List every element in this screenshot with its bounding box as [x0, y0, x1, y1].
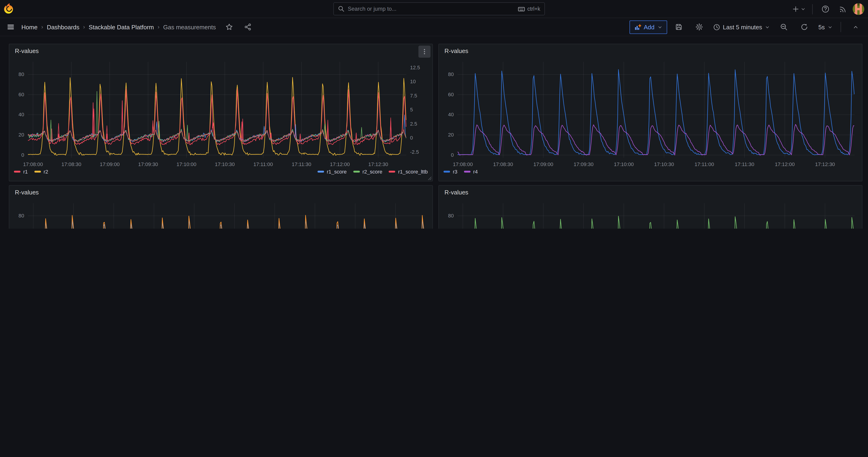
legend-item[interactable]: r4 [464, 169, 478, 175]
x-axis-tick-label: 17:09:00 [100, 161, 120, 167]
legend-item[interactable]: r1_score_lttb [389, 169, 428, 175]
panel-title[interactable]: R-values [9, 44, 432, 57]
kebab-menu-icon [421, 49, 428, 55]
x-axis-tick-label: 17:10:00 [614, 161, 634, 167]
dashboard-grid: R-values 020406080-2.502.557.51012.517:0… [0, 36, 868, 228]
y-axis-tick-label: 60 [448, 92, 454, 97]
user-avatar[interactable] [852, 3, 864, 15]
grafana-flame-icon [3, 3, 16, 15]
series-r1_score_lttb [28, 106, 406, 142]
time-range-picker[interactable]: Last 5 minutes [711, 21, 772, 33]
refresh-icon [801, 23, 808, 31]
keyboard-shortcut: ctrl+k [518, 5, 540, 12]
menu-toggle-button[interactable] [4, 21, 18, 33]
series-r6 [28, 215, 425, 228]
panel-title[interactable]: R-values [9, 186, 432, 199]
y-axis-tick-label: 0 [21, 152, 24, 158]
timeseries-chart[interactable]: 02040608017:08:0017:08:3017:09:0017:09:3… [439, 44, 861, 180]
x-axis-tick-label: 17:09:00 [533, 161, 553, 167]
x-axis-tick-label: 17:11:00 [253, 161, 273, 167]
top-navigation-bar: Search or jump to... ctrl+k [0, 0, 868, 18]
legend-item[interactable]: r2 [34, 169, 48, 175]
y-axis-tick-label: 20 [19, 132, 24, 138]
refresh-interval-label: 5s [818, 24, 825, 30]
legend-label: r1_score_lttb [398, 169, 428, 175]
breadcrumb-separator: › [158, 24, 159, 30]
legend-item[interactable]: r1 [14, 169, 28, 175]
legend-label: r1 [23, 169, 28, 175]
right-y-axis-tick-label: 0 [410, 135, 413, 141]
add-button[interactable]: Add [629, 20, 667, 34]
refresh-button[interactable] [796, 21, 813, 33]
grafana-logo[interactable] [0, 0, 19, 18]
legend-swatch [14, 171, 21, 173]
x-axis-tick-label: 17:12:30 [815, 161, 835, 167]
legend: r3r4 [443, 169, 857, 175]
share-button[interactable] [239, 21, 257, 33]
x-axis-tick-label: 17:11:00 [694, 161, 714, 167]
zoom-out-button[interactable] [775, 21, 793, 33]
x-axis-tick-label: 17:10:30 [654, 161, 674, 167]
gear-icon [695, 23, 703, 31]
divider [841, 22, 841, 32]
help-button[interactable] [817, 3, 833, 16]
legend-swatch [34, 171, 41, 173]
refresh-interval-picker[interactable]: 5s [816, 21, 835, 33]
y-axis-tick-label: 60 [19, 92, 24, 97]
right-y-axis-tick-label: -2.5 [410, 149, 419, 155]
dashboard-settings-button[interactable] [690, 21, 708, 33]
y-axis-tick-label: 80 [448, 71, 454, 77]
breadcrumb: Home›Dashboards›Stackable Data Platform›… [21, 24, 216, 30]
favorite-button[interactable] [221, 21, 238, 33]
x-axis-tick-label: 17:09:30 [138, 161, 158, 167]
breadcrumb-item: Gas measurements [163, 24, 216, 30]
keyboard-icon [518, 5, 525, 12]
x-axis-tick-label: 17:09:30 [574, 161, 594, 167]
y-axis-tick-label: 20 [448, 132, 454, 138]
chevron-down-icon [801, 6, 806, 12]
x-axis-tick-label: 17:08:30 [493, 161, 513, 167]
right-y-axis-tick-label: 10 [410, 79, 415, 84]
add-panel-icon [634, 24, 641, 30]
panel-title[interactable]: R-values [439, 44, 862, 57]
time-range-label: Last 5 minutes [723, 24, 762, 30]
panel-resize-handle[interactable] [428, 176, 431, 180]
zoom-out-icon [780, 23, 788, 31]
panel-r-values-4: R-values 02040608017:08:0017:08:3017:09:… [438, 185, 862, 228]
timeseries-chart[interactable]: 020406080-2.502.557.51012.517:08:0017:08… [9, 44, 431, 180]
dashboard-toolbar: Home›Dashboards›Stackable Data Platform›… [0, 18, 868, 36]
legend-label: r1_score [327, 169, 347, 175]
legend-item[interactable]: r2_score [353, 169, 382, 175]
panel-menu-button[interactable] [418, 45, 431, 58]
search-placeholder: Search or jump to... [348, 6, 515, 12]
breadcrumb-item[interactable]: Home [21, 24, 37, 30]
panel-title[interactable]: R-values [439, 186, 862, 199]
x-axis-tick-label: 17:11:30 [735, 161, 754, 167]
x-axis-tick-label: 17:12:30 [368, 161, 388, 167]
share-icon [244, 23, 252, 31]
collapse-toolbar-button[interactable] [847, 21, 864, 33]
legend-item[interactable]: r3 [443, 169, 458, 175]
y-axis-tick-label: 80 [448, 213, 454, 219]
y-axis-tick-label: 40 [19, 112, 24, 117]
save-dashboard-button[interactable] [670, 21, 687, 33]
breadcrumb-item[interactable]: Stackable Data Platform [89, 24, 154, 30]
legend-label: r2 [44, 169, 48, 175]
legend-label: r3 [453, 169, 458, 175]
breadcrumb-item[interactable]: Dashboards [47, 24, 79, 30]
right-y-axis-tick-label: 12.5 [410, 65, 420, 70]
legend-swatch [317, 171, 324, 173]
series-r3 [458, 69, 854, 155]
topbar-actions [790, 0, 864, 18]
legend-item[interactable]: r1_score [317, 169, 347, 175]
new-button[interactable] [790, 3, 808, 16]
panel-r-values-1: R-values 020406080-2.502.557.51012.517:0… [9, 44, 433, 181]
search-input[interactable]: Search or jump to... ctrl+k [333, 2, 545, 16]
grafana-app: Search or jump to... ctrl+k [0, 0, 868, 228]
y-axis-tick-label: 40 [448, 112, 454, 117]
chevron-down-icon [765, 24, 770, 30]
y-axis-tick-label: 80 [19, 71, 24, 77]
x-axis-tick-label: 17:10:00 [177, 161, 196, 167]
legend-swatch [389, 171, 395, 173]
news-button[interactable] [835, 3, 851, 16]
